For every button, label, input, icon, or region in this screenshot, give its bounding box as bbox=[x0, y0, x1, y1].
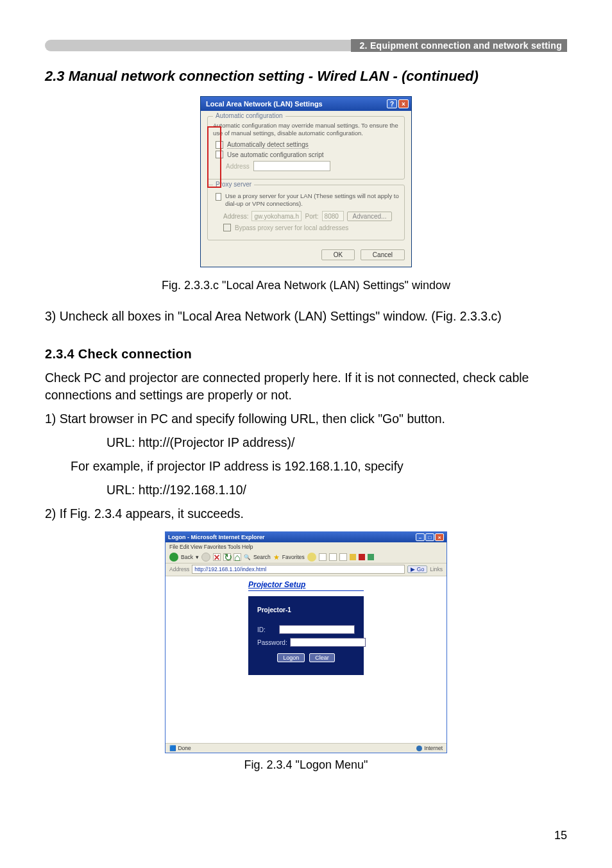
address-label-dim: Address bbox=[226, 163, 250, 170]
page-number: 15 bbox=[554, 829, 567, 842]
status-done-text: Done bbox=[178, 745, 191, 751]
address-label: Address bbox=[169, 566, 189, 572]
status-right: Internet bbox=[416, 745, 443, 751]
section-title: 2.3 Manual network connection setting - … bbox=[45, 68, 567, 85]
check-paragraph-1: Check PC and projector are connected pro… bbox=[45, 369, 567, 404]
proxy-desc: Use a proxy server for your LAN (These s… bbox=[225, 192, 399, 208]
proxy-address-row: Address: Port: Advanced... bbox=[223, 211, 399, 221]
home-icon[interactable]: ⌂ bbox=[234, 553, 241, 561]
advanced-button[interactable]: Advanced... bbox=[347, 212, 393, 221]
ie-addressbar: Address ▶ Go Links bbox=[166, 563, 446, 576]
auto-detect-label: Automatically detect settings bbox=[227, 141, 309, 149]
auto-script-checkbox[interactable] bbox=[216, 151, 223, 158]
check-step-2: 2) If Fig. 2.3.4 appears, it succeeds. bbox=[45, 505, 567, 522]
auto-config-group: Automatic configuration Automatic config… bbox=[207, 116, 405, 179]
lan-dialog: Local Area Network (LAN) Settings ? × Au… bbox=[200, 96, 412, 267]
globe-icon bbox=[416, 746, 422, 751]
dialog-button-row: OK Cancel bbox=[207, 246, 405, 260]
ie-content: Projector Setup Projector-1 ID: Password… bbox=[166, 576, 446, 743]
url-template: URL: http://(Projector IP address)/ bbox=[106, 434, 567, 451]
check-step-1: 1) Start browser in PC and specify follo… bbox=[45, 410, 567, 428]
back-dropdown-icon[interactable]: ▾ bbox=[196, 554, 199, 560]
proxy-legend: Proxy server bbox=[213, 181, 254, 188]
favorites-label[interactable]: Favorites bbox=[282, 554, 305, 560]
toolbar-icon-c[interactable] bbox=[368, 554, 374, 560]
lan-dialog-figure: Local Area Network (LAN) Settings ? × Au… bbox=[45, 96, 567, 267]
chapter-title: 2. Equipment connection and network sett… bbox=[351, 39, 567, 52]
logon-button[interactable]: Logon bbox=[277, 653, 305, 662]
logon-figure: Logon - Microsoft Internet Explorer – □ … bbox=[45, 531, 567, 753]
subsection-234-title: 2.3.4 Check connection bbox=[45, 347, 567, 362]
auto-script-row: Use automatic configuration script bbox=[216, 151, 399, 158]
dialog-body: Automatic configuration Automatic config… bbox=[201, 111, 411, 267]
go-label: Go bbox=[417, 566, 424, 572]
dialog-title-text: Local Area Network (LAN) Settings bbox=[206, 100, 323, 108]
example-line: For example, if projector IP address is … bbox=[71, 458, 567, 475]
chapter-header: 2. Equipment connection and network sett… bbox=[45, 40, 567, 55]
status-left: 🟦 Done bbox=[169, 745, 191, 751]
favorites-icon[interactable]: ★ bbox=[273, 553, 280, 562]
auto-detect-row: Automatically detect settings bbox=[216, 141, 399, 149]
proxy-use-checkbox[interactable] bbox=[216, 193, 221, 201]
mail-icon[interactable] bbox=[319, 553, 327, 561]
refresh-icon[interactable]: ↻ bbox=[223, 553, 231, 561]
search-icon[interactable]: 🔍 bbox=[244, 554, 251, 560]
history-icon[interactable] bbox=[307, 553, 316, 562]
password-label: Password: bbox=[257, 639, 287, 646]
proxy-address-label: Address: bbox=[223, 213, 248, 220]
back-label[interactable]: Back bbox=[181, 554, 193, 560]
proxy-port-label: Port: bbox=[305, 213, 318, 220]
projector-name: Projector-1 bbox=[257, 606, 355, 613]
toolbar-icon-a[interactable] bbox=[350, 554, 356, 560]
links-label[interactable]: Links bbox=[430, 566, 443, 572]
dialog-titlebar: Local Area Network (LAN) Settings ? × bbox=[201, 97, 411, 111]
password-row: Password: bbox=[257, 638, 355, 647]
forward-icon[interactable] bbox=[201, 553, 210, 562]
close-icon[interactable]: × bbox=[398, 99, 409, 108]
ie-toolbar: Back ▾ × ↻ ⌂ 🔍 Search ★ Favorites bbox=[166, 551, 446, 563]
maximize-icon[interactable]: □ bbox=[425, 533, 434, 541]
url-example: URL: http://192.168.1.10/ bbox=[106, 481, 567, 499]
figure-caption-logon: Fig. 2.3.4 "Logon Menu" bbox=[45, 758, 567, 772]
help-icon[interactable]: ? bbox=[387, 99, 397, 108]
proxy-group: Proxy server Use a proxy server for your… bbox=[207, 185, 405, 240]
auto-script-address-row: Address bbox=[226, 161, 399, 171]
password-input[interactable] bbox=[290, 638, 366, 647]
ie-title-text: Logon - Microsoft Internet Explorer bbox=[168, 534, 265, 540]
back-icon[interactable] bbox=[169, 553, 178, 562]
ie-menubar[interactable]: File Edit View Favorites Tools Help bbox=[166, 542, 446, 551]
dialog-title-icons: ? × bbox=[387, 99, 409, 108]
proxy-use-row: Use a proxy server for your LAN (These s… bbox=[216, 192, 399, 208]
print-icon[interactable] bbox=[329, 553, 337, 561]
step-3-text: 3) Uncheck all boxes in "Local Area Netw… bbox=[45, 308, 567, 325]
ok-button[interactable]: OK bbox=[321, 249, 355, 260]
bypass-checkbox[interactable] bbox=[223, 224, 231, 231]
bypass-row: Bypass proxy server for local addresses bbox=[223, 224, 399, 231]
bypass-label: Bypass proxy server for local addresses bbox=[235, 224, 348, 231]
projector-setup-title: Projector Setup bbox=[248, 580, 364, 591]
auto-detect-checkbox[interactable] bbox=[216, 141, 223, 149]
minimize-icon[interactable]: – bbox=[416, 533, 425, 541]
proxy-port-input[interactable] bbox=[322, 211, 344, 221]
auto-script-label: Use automatic configuration script bbox=[227, 151, 324, 158]
cancel-button[interactable]: Cancel bbox=[361, 249, 405, 260]
address-input[interactable] bbox=[192, 565, 405, 574]
id-input[interactable] bbox=[279, 625, 355, 634]
go-button[interactable]: ▶ Go bbox=[407, 565, 427, 573]
projector-setup-panel: Projector Setup Projector-1 ID: Password… bbox=[248, 580, 364, 743]
id-label: ID: bbox=[257, 626, 276, 633]
logon-box: Projector-1 ID: Password: Logon Clear bbox=[248, 596, 364, 675]
search-label[interactable]: Search bbox=[253, 554, 271, 560]
clear-button[interactable]: Clear bbox=[309, 653, 335, 662]
stop-icon[interactable]: × bbox=[213, 553, 221, 561]
ie-window-icons: – □ × bbox=[416, 533, 444, 541]
auto-config-legend: Automatic configuration bbox=[213, 112, 285, 119]
ie-window: Logon - Microsoft Internet Explorer – □ … bbox=[165, 531, 447, 753]
edit-icon[interactable] bbox=[339, 553, 347, 561]
proxy-address-input[interactable] bbox=[251, 211, 302, 221]
ie-statusbar: 🟦 Done Internet bbox=[166, 743, 446, 753]
ie-titlebar: Logon - Microsoft Internet Explorer – □ … bbox=[166, 532, 446, 542]
status-internet-text: Internet bbox=[424, 745, 443, 751]
window-close-icon[interactable]: × bbox=[435, 533, 444, 541]
toolbar-icon-b[interactable] bbox=[359, 554, 365, 560]
